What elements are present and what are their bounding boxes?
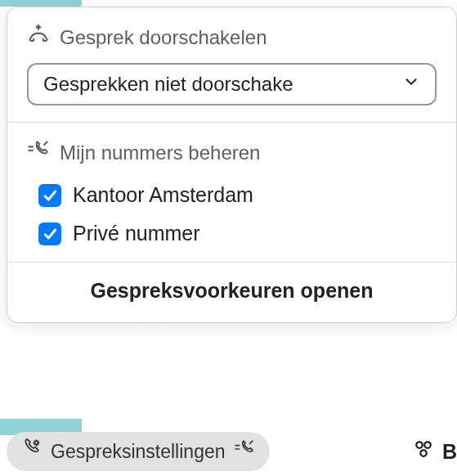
svg-point-5 [416,442,423,448]
svg-point-6 [424,442,431,448]
call-settings-button[interactable]: Gespreksinstellingen [7,432,270,471]
call-settings-popover: Gesprek doorschakelen Gesprekken niet do… [7,7,457,323]
number-option-0[interactable]: Kantoor Amsterdam [38,183,437,207]
right-partial-label: B [442,440,457,464]
forward-header: Gesprek doorschakelen [27,24,437,52]
numbers-header: Mijn nummers beheren [27,139,437,167]
forward-dropdown[interactable]: Gesprekken niet doorschake [27,63,437,106]
number-option-1[interactable]: Privé nummer [38,222,437,245]
phone-gear-icon [21,438,43,465]
number-label: Privé nummer [73,222,200,245]
chevron-down-icon [396,73,420,96]
bottom-bar: Gespreksinstellingen B [0,427,457,476]
manage-numbers-icon [27,139,50,167]
right-partial-item[interactable]: B [411,437,457,466]
call-settings-label: Gespreksinstellingen [51,441,226,463]
checkbox-checked-icon [38,222,61,245]
forward-dropdown-value: Gesprekken niet doorschake [43,73,396,96]
active-tab-indicator [0,0,82,7]
numbers-section: Mijn nummers beheren Kantoor Amsterdam P… [7,123,456,262]
svg-point-7 [420,450,427,456]
numbers-list: Kantoor Amsterdam Privé nummer [27,178,437,245]
phone-arrow-icon [234,438,255,465]
forward-section: Gesprek doorschakelen Gesprekken niet do… [7,7,456,122]
checkbox-checked-icon [38,184,61,207]
forward-icon [27,24,50,52]
numbers-title: Mijn nummers beheren [60,141,260,164]
number-label: Kantoor Amsterdam [73,183,253,207]
open-preferences-link[interactable]: Gespreksvoorkeuren openen [7,263,456,322]
forward-title: Gesprek doorschakelen [60,26,267,49]
people-icon [411,437,436,466]
